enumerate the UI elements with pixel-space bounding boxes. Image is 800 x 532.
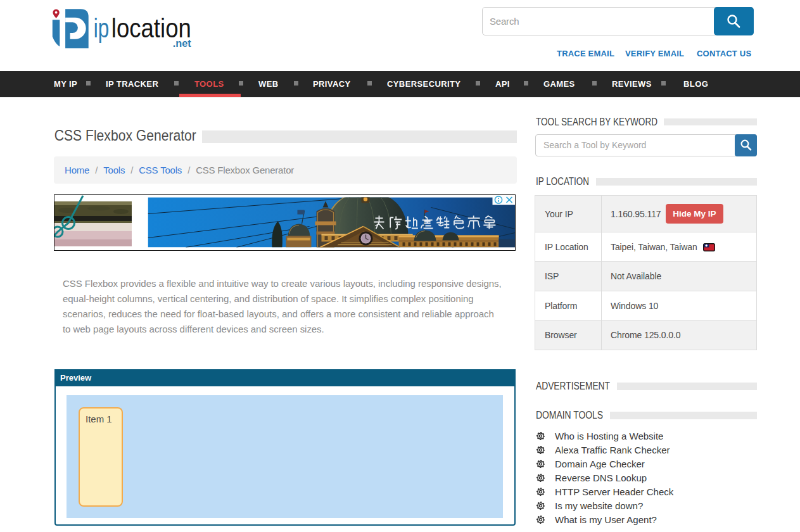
svg-text:TOOL SEARCH BY KEYWORD: TOOL SEARCH BY KEYWORD — [536, 117, 657, 127]
svg-text:DOMAIN TOOLS: DOMAIN TOOLS — [536, 410, 603, 421]
svg-text:ip: ip — [94, 13, 110, 43]
svg-text:CSS Flexbox Generator: CSS Flexbox Generator — [54, 127, 196, 144]
svg-text:IP LOCATION: IP LOCATION — [536, 177, 589, 187]
svg-text:ADVERTISEMENT: ADVERTISEMENT — [536, 381, 610, 391]
svg-text:.net: .net — [173, 37, 191, 49]
